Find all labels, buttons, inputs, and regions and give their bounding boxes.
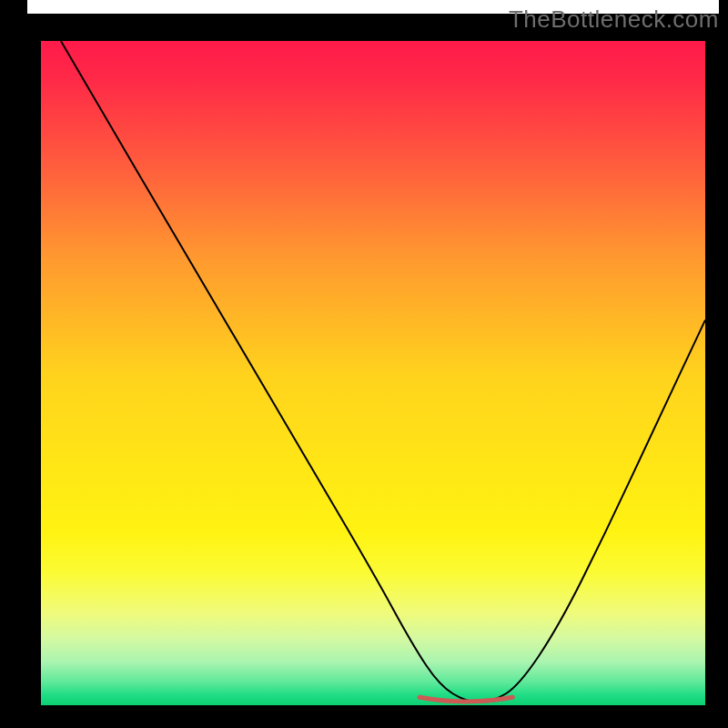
chart-outer-margin [0, 719, 728, 728]
chart-svg [0, 0, 728, 728]
chart-background-gradient [41, 41, 705, 705]
chart-outer-margin [719, 0, 728, 728]
chart-container: TheBottleneck.com [0, 0, 728, 728]
watermark-text: TheBottleneck.com [509, 5, 719, 34]
chart-outer-margin [0, 0, 27, 728]
